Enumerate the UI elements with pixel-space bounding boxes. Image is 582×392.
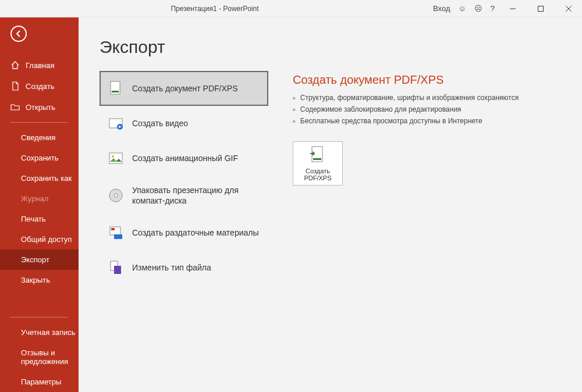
- svg-rect-8: [109, 153, 122, 163]
- create-pdf-xps-button[interactable]: Создать PDF/XPS: [293, 141, 343, 186]
- nav-feedback[interactable]: Отзывы и предложения: [0, 343, 79, 372]
- gif-icon: [108, 150, 124, 166]
- svg-rect-14: [114, 234, 122, 239]
- option-pdf-xps[interactable]: Создать документ PDF/XPS: [100, 71, 268, 106]
- separator: [10, 122, 68, 123]
- nav-label: Общий доступ: [21, 235, 72, 244]
- sidebar: Главная Создать Открыть Сведения Сохрани…: [0, 17, 79, 392]
- folder-open-icon: [10, 102, 20, 112]
- maximize-button[interactable]: [531, 0, 551, 17]
- close-button[interactable]: [559, 0, 579, 17]
- nav-close[interactable]: Закрыть: [0, 270, 79, 290]
- nav-label: Печать: [21, 215, 46, 223]
- nav-info[interactable]: Сведения: [0, 127, 79, 148]
- face-smile-icon[interactable]: ☺: [458, 4, 466, 13]
- nav-label: Сохранить как: [21, 174, 72, 183]
- video-icon: [108, 115, 124, 131]
- nav-create[interactable]: Создать: [0, 76, 79, 97]
- home-icon: [10, 60, 20, 70]
- minimize-button[interactable]: [503, 0, 523, 17]
- nav-account[interactable]: Учетная запись: [0, 322, 79, 343]
- detail-title: Создать документ PDF/XPS: [293, 73, 570, 87]
- content: Экспорт Создать документ PDF/XPS Создать…: [79, 17, 582, 392]
- option-handouts[interactable]: Создать раздаточные материалы: [100, 215, 268, 250]
- change-filetype-icon: [108, 259, 124, 276]
- option-gif[interactable]: Создать анимационный GIF: [100, 141, 268, 176]
- signin-link[interactable]: Вход: [433, 4, 450, 13]
- option-label: Изменить тип файла: [132, 262, 211, 273]
- option-video[interactable]: Создать видео: [100, 106, 268, 141]
- option-label: Упаковать презентацию для компакт-диска: [132, 185, 260, 206]
- svg-point-9: [112, 155, 114, 158]
- pdf-document-icon: [308, 145, 327, 164]
- window-title: Презентация1 - PowerPoint: [0, 5, 430, 13]
- nav-label: Экспорт: [21, 255, 49, 264]
- option-label: Создать документ PDF/XPS: [132, 83, 238, 94]
- svg-rect-18: [313, 158, 321, 160]
- nav-label: Учетная запись: [21, 328, 76, 337]
- nav-label: Открыть: [26, 103, 55, 112]
- nav-history: Журнал: [0, 188, 79, 209]
- svg-rect-16: [114, 266, 121, 274]
- separator: [10, 317, 68, 318]
- svg-rect-1: [538, 6, 544, 11]
- svg-rect-13: [111, 228, 115, 230]
- option-label: Создать раздаточные материалы: [132, 227, 259, 238]
- titlebar-right: Вход ☺ ☹ ?: [430, 0, 582, 17]
- titlebar: Презентация1 - PowerPoint Вход ☺ ☹ ?: [0, 0, 582, 17]
- nav-saveas[interactable]: Сохранить как: [0, 168, 79, 188]
- nav-open[interactable]: Открыть: [0, 97, 79, 117]
- nav-label: Параметры: [21, 377, 61, 386]
- back-button[interactable]: [10, 26, 27, 42]
- button-label: Создать PDF/XPS: [293, 168, 342, 181]
- export-detail-column: Создать документ PDF/XPS Структура, форм…: [293, 37, 582, 392]
- face-frown-icon[interactable]: ☹: [474, 4, 482, 13]
- nav-export[interactable]: Экспорт: [0, 250, 79, 270]
- nav-label: Закрыть: [21, 276, 50, 284]
- nav-label: Сведения: [21, 133, 55, 142]
- pdf-document-icon: [108, 80, 124, 97]
- detail-bullet: Структура, форматирование, шрифты и изоб…: [293, 94, 570, 102]
- nav-label: Создать: [26, 82, 54, 91]
- option-label: Создать анимационный GIF: [132, 153, 238, 163]
- page-title: Экспорт: [100, 37, 268, 57]
- nav-share[interactable]: Общий доступ: [0, 229, 79, 250]
- file-new-icon: [10, 81, 20, 91]
- nav-options[interactable]: Параметры: [0, 372, 79, 392]
- nav-label: Журнал: [21, 194, 48, 203]
- nav-label: Главная: [26, 61, 54, 70]
- option-filetype[interactable]: Изменить тип файла: [100, 250, 268, 285]
- detail-bullet: Содержимое заблокировано для редактирова…: [293, 105, 570, 113]
- nav-label: Отзывы и предложения: [21, 348, 79, 366]
- handouts-icon: [108, 224, 124, 241]
- nav-home[interactable]: Главная: [0, 55, 79, 76]
- svg-rect-5: [112, 91, 119, 92]
- svg-point-11: [114, 194, 118, 197]
- nav-print[interactable]: Печать: [0, 209, 79, 229]
- detail-bullet: Бесплатные средства просмотра доступны в…: [293, 117, 570, 125]
- option-label: Создать видео: [132, 118, 188, 129]
- export-options-column: Экспорт Создать документ PDF/XPS Создать…: [100, 37, 268, 392]
- cd-icon: [108, 187, 124, 204]
- option-cd[interactable]: Упаковать презентацию для компакт-диска: [100, 176, 268, 215]
- help-icon[interactable]: ?: [491, 4, 495, 13]
- nav-save[interactable]: Сохранить: [0, 148, 79, 168]
- nav-label: Сохранить: [21, 154, 59, 162]
